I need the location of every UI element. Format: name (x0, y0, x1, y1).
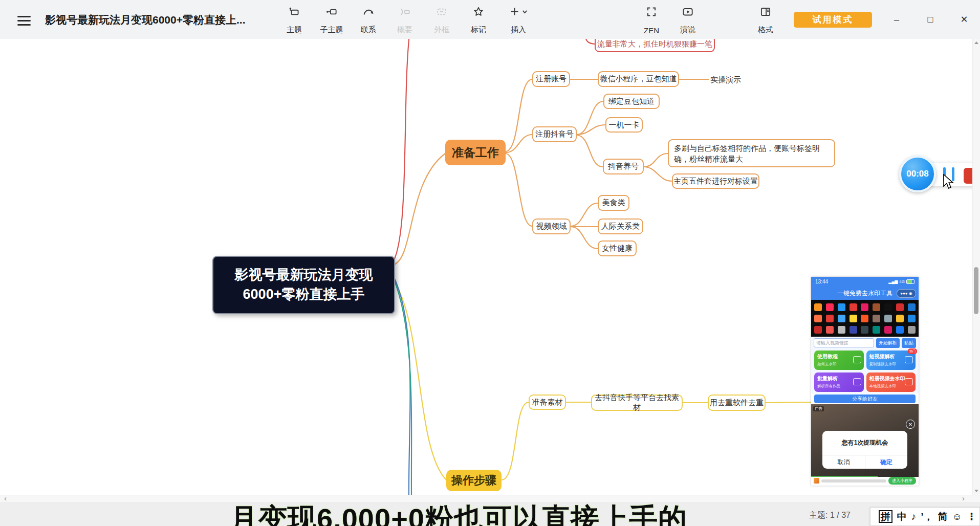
node-brush-videos[interactable]: 多刷与自己标签相符的作品，便账号标签明确，粉丝精准流量大 (668, 139, 835, 167)
toolbar-format-button[interactable]: 格式 (747, 4, 784, 36)
node-register-account[interactable]: 注册账号 (532, 71, 570, 87)
app-icon (826, 326, 834, 334)
label-demo[interactable]: 实操演示 (710, 75, 741, 85)
node-find-material[interactable]: 去抖音快手等平台去找素材 (591, 394, 683, 411)
node-operation-steps[interactable]: 操作步骤 (446, 470, 502, 491)
toolbar-mark-label: 标记 (471, 25, 486, 35)
app-icon (826, 303, 834, 311)
node-food-category[interactable]: 美食类 (598, 195, 629, 211)
subtopic-icon (325, 5, 338, 18)
ime-language-toggle[interactable]: 中 (897, 512, 907, 521)
ime-pinyin-icon[interactable]: 拼 (879, 510, 892, 523)
ime-skin-icon[interactable]: ☺ (952, 512, 962, 521)
app-icon (814, 326, 822, 334)
recording-timer[interactable]: 00:08 (899, 156, 936, 192)
app-icon (896, 303, 904, 311)
app-icon (873, 303, 880, 311)
node-dedupe-software[interactable]: 用去重软件去重 (708, 394, 766, 411)
toolbar-present-label: 演说 (680, 25, 695, 35)
node-relationship-category[interactable]: 人际关系类 (598, 218, 643, 234)
share-to-friends-bar: 分享给好友 (814, 394, 916, 403)
node-preparation[interactable]: 准备工作 (445, 140, 506, 165)
trial-mode-button[interactable]: 试用模式 (794, 12, 872, 28)
toolbar-relation-button[interactable]: 联系 (350, 4, 387, 36)
window-maximize-button[interactable]: □ (922, 11, 939, 28)
card-album-icon (905, 378, 913, 385)
scroll-down-arrow-icon[interactable] (974, 490, 978, 492)
modal-cancel-button: 取消 (822, 455, 865, 469)
video-subtitle-text: 月变现6,000+0粉也可以直接上手的 (229, 500, 687, 526)
toolbar-summary-button[interactable]: 概要 (386, 4, 423, 36)
ime-sound-icon[interactable]: ♪ (911, 512, 917, 521)
node-bind-doubao[interactable]: 绑定豆包知道 (603, 94, 660, 109)
toolbar-subtopic-button[interactable]: 子主题 (313, 4, 350, 36)
phone-app-title: 一键免费去水印工具 (837, 289, 892, 298)
vertical-scrollbar-thumb[interactable] (974, 267, 978, 314)
attached-phone-screenshot[interactable]: 13:44 ▂▄▆ 4G 一键免费去水印工具 ●●● ◉ 请输入视频链接 开始解… (811, 277, 919, 486)
node-profile-setup[interactable]: 主页五件套进行对标设置 (672, 173, 759, 189)
node-wechat-miniprogram[interactable]: 微信小程序，豆包知道 (598, 71, 679, 87)
node-female-health[interactable]: 女性健康 (598, 240, 637, 256)
ime-more-menu-icon[interactable]: ⋮ (967, 512, 976, 521)
toolbar-topic-button[interactable]: 主题 (276, 4, 313, 36)
insert-plus-icon (508, 5, 529, 18)
play-presentation-icon (681, 5, 694, 18)
mouse-cursor (943, 174, 955, 192)
app-icon (861, 303, 868, 311)
app-icon (838, 326, 845, 334)
window-close-button[interactable]: ✕ (955, 11, 973, 28)
toolbar-frame-button[interactable]: 外框 (423, 4, 460, 36)
app-icon (850, 326, 857, 334)
node-douyin-nurture[interactable]: 抖音养号 (603, 159, 644, 174)
topic-icon (288, 5, 301, 18)
root-topic-node[interactable]: 影视号最新玩法月变现 6000+零粉直接上手 (212, 256, 395, 314)
ime-punctuation-toggle[interactable]: ’， (921, 512, 933, 521)
toolbar-subtopic-label: 子主题 (320, 25, 343, 35)
node-traffic[interactable]: 流量非常大，抓住时机狠狠赚一笔 (595, 39, 715, 52)
ime-drag-handle[interactable] (874, 511, 874, 523)
ime-toolbar[interactable]: 拼 中 ♪ ’， 简 ☺ ⋮ (870, 507, 980, 526)
topic-counter: 主题: 1 / 37 (809, 510, 851, 521)
toolbar-insert-button[interactable]: 插入 (500, 4, 537, 36)
ad-progress-bar (811, 476, 878, 477)
enter-miniprogram-button: 进入小程序 (888, 477, 916, 485)
node-prepare-material[interactable]: 准备素材 (529, 394, 566, 410)
hot-badge: 热门 (908, 348, 917, 354)
video-link-input: 请输入视频链接 (814, 338, 874, 347)
scroll-up-arrow-icon[interactable] (974, 41, 978, 44)
ad-close-icon: ✕ (906, 420, 915, 429)
frame-icon (435, 5, 448, 18)
node-register-douyin[interactable]: 注册抖音号 (532, 126, 577, 142)
card-batch-icon (853, 378, 861, 385)
phone-ad-area: 广告 ✕ 您有1次提现机会 取消 确定 (811, 404, 919, 477)
mindmap-canvas[interactable]: 影视号最新玩法月变现 6000+零粉直接上手 流量非常大，抓住时机狠狠赚一笔 准… (0, 39, 980, 495)
toolbar-zen-button[interactable]: ZEN (633, 4, 670, 36)
vertical-scrollbar[interactable] (972, 39, 980, 495)
ime-simplified-toggle[interactable]: 简 (938, 512, 948, 521)
app-icon (826, 315, 834, 322)
app-window: 影视号最新玩法月变现6000+零粉直接上... 主题 子主题 联系 概要 外框 … (0, 0, 980, 526)
app-icon (884, 303, 892, 311)
app-icon (908, 326, 916, 334)
toolbar-frame-label: 外框 (434, 25, 449, 35)
ad-banner-logo (814, 478, 819, 484)
ad-banner-text (821, 479, 886, 483)
paste-button: 粘贴 (902, 338, 916, 348)
window-minimize-button[interactable]: – (888, 11, 905, 28)
scroll-left-arrow-icon[interactable]: ‹ (4, 494, 7, 502)
node-one-device-one-card[interactable]: 一机一卡 (605, 117, 643, 133)
toolbar-present-button[interactable]: 演说 (669, 4, 706, 36)
phone-status-icons: ▂▄▆ 4G (888, 279, 914, 284)
hamburger-menu-icon[interactable] (17, 13, 31, 25)
summary-icon (398, 5, 411, 18)
card-short-video-parse: 热门 短视频解析 复制链接去水印 (866, 350, 916, 370)
root-topic-line1: 影视号最新玩法月变现 (235, 266, 373, 285)
toolbar-mark-button[interactable]: 标记 (460, 4, 497, 36)
node-video-field[interactable]: 视频领域 (532, 218, 571, 234)
ad-tag: 广告 (813, 406, 824, 411)
document-title: 影视号最新玩法月变现6000+零粉直接上... (45, 13, 275, 27)
app-icon (884, 326, 892, 334)
zen-mode-icon (645, 5, 658, 18)
scroll-right-arrow-icon[interactable]: › (962, 494, 965, 502)
app-icon (850, 315, 857, 322)
